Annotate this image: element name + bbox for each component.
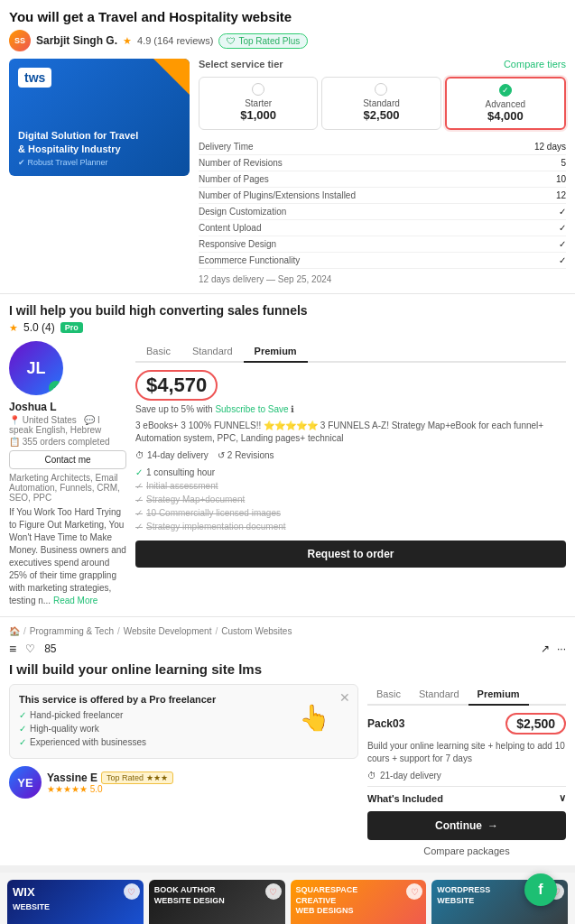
request-order-button[interactable]: Request to order bbox=[135, 541, 566, 568]
travel-section: You will get a Travel and Hospitality we… bbox=[0, 0, 575, 294]
pro-notice: ✕ This service is offered by a Pro freel… bbox=[9, 684, 358, 759]
hero-logo: tws bbox=[18, 68, 51, 88]
feature-list: ✓ 1 consulting hour ✓ Initial assessment… bbox=[135, 466, 566, 533]
grid-card-wix[interactable]: WIXWEBSITE ♡ Shehroz Level 2 ⭐⭐ I will b… bbox=[7, 880, 144, 924]
tier-advanced-name: Advanced bbox=[450, 99, 561, 109]
lms-price: $2,500 bbox=[505, 713, 566, 735]
breadcrumb-3[interactable]: Custom Websites bbox=[221, 626, 292, 636]
read-more-link[interactable]: Read More bbox=[53, 596, 97, 605]
tier-starter-circle bbox=[252, 83, 264, 96]
section2-meta: ★ 5.0 (4) Pro bbox=[9, 321, 566, 334]
tier-options: Starter $1,000 Standard $2,500 Advanced … bbox=[199, 77, 566, 130]
refresh-icon: ↺ bbox=[218, 450, 225, 460]
hero-image: tws Digital Solution for Travel & Hospit… bbox=[9, 59, 190, 176]
hero-subtitle: ✔ Robust Travel Planner bbox=[18, 158, 108, 167]
tier-standard-price: $2,500 bbox=[326, 108, 436, 122]
lms-tab-premium[interactable]: Premium bbox=[468, 684, 529, 706]
star-icon-2: ★ bbox=[9, 322, 18, 334]
breadcrumb: 🏠 / Programming & Tech / Website Develop… bbox=[9, 626, 566, 636]
lms-section: 🏠 / Programming & Tech / Website Develop… bbox=[0, 617, 575, 873]
section2-rating: 5.0 (4) bbox=[23, 321, 55, 334]
lms-delivery: ⏱ 21-day delivery bbox=[367, 771, 566, 781]
tier-starter[interactable]: Starter $1,000 bbox=[199, 77, 318, 130]
star-icon: ★ bbox=[123, 35, 132, 47]
pricing-panel: Basic Standard Premium $4,570 Save up to… bbox=[135, 341, 566, 607]
like-count: 85 bbox=[44, 642, 56, 655]
close-button[interactable]: ✕ bbox=[339, 690, 350, 705]
tier-advanced-price: $4,000 bbox=[450, 109, 561, 123]
seller-avatar: SS bbox=[9, 30, 31, 51]
breadcrumb-2[interactable]: Website Development bbox=[124, 626, 212, 636]
section3-content: ✕ This service is offered by a Pro freel… bbox=[9, 684, 566, 856]
verified-badge: ✓ bbox=[49, 381, 63, 395]
tier-advanced[interactable]: Advanced $4,000 bbox=[445, 77, 566, 130]
feature-4: ✓ 10 Commercially licensed images bbox=[135, 506, 566, 520]
price-row: $4,570 bbox=[135, 370, 566, 401]
lms-top-rated: Top Rated ★★★ bbox=[101, 772, 173, 784]
seller-orders: 📋 355 orders completed bbox=[9, 437, 126, 447]
feature-1: ✓ 1 consulting hour bbox=[135, 466, 566, 479]
arrow-right-icon: → bbox=[487, 819, 498, 832]
page-wrapper: You will get a Travel and Hospitality we… bbox=[0, 0, 575, 924]
seller-desc: If You Work Too Hard Trying to Figure Ou… bbox=[9, 506, 126, 607]
thumb-wix: WIXWEBSITE ♡ bbox=[7, 880, 144, 924]
tier-advanced-circle bbox=[499, 84, 512, 97]
notice-illustration: 👆 bbox=[299, 703, 330, 733]
seller-card-avatar: JL ✓ bbox=[9, 341, 63, 395]
price-note: Save up to 5% with Subscribe to Save ℹ bbox=[135, 404, 566, 414]
thumb-book: BOOK AUTHORWEBSITE DESIGN ♡ bbox=[149, 880, 285, 924]
lms-tab-basic[interactable]: Basic bbox=[367, 684, 410, 706]
lms-seller-name: Yassine E bbox=[47, 772, 97, 784]
heart-icon-2[interactable]: ♡ bbox=[265, 883, 282, 900]
thumb-sq: SQUARESPACECREATIVEWEB DESIGNS ♡ bbox=[291, 880, 427, 924]
revisions: ↺ 2 Revisions bbox=[218, 450, 274, 460]
whats-included[interactable]: What's Included ∨ bbox=[367, 786, 566, 804]
service-tier-panel: Select service tier Compare tiers Starte… bbox=[199, 59, 566, 284]
pro-badge: Pro bbox=[60, 322, 83, 333]
feature-2: ✓ Initial assessment bbox=[135, 479, 566, 493]
more-icon[interactable]: ··· bbox=[557, 642, 566, 655]
lms-package-row: Pack03 $2,500 bbox=[367, 713, 566, 735]
tier-standard-name: Standard bbox=[326, 98, 436, 108]
tier-header: Select service tier Compare tiers bbox=[199, 59, 566, 69]
tab-standard[interactable]: Standard bbox=[181, 341, 244, 363]
heart-icon[interactable]: ♡ bbox=[25, 642, 35, 655]
compare-packages-link[interactable]: Compare packages bbox=[367, 845, 566, 856]
shield-icon: 🛡 bbox=[227, 36, 236, 46]
subscribe-link[interactable]: Subscribe to Save bbox=[215, 404, 288, 414]
top-rated-badge: 🛡 Top Rated Plus bbox=[218, 33, 308, 49]
feature-5: ✓ Strategy implementation document bbox=[135, 520, 566, 533]
tier-details: Delivery Time12 days Number of Revisions… bbox=[199, 139, 566, 269]
lms-package-name: Pack03 bbox=[367, 717, 404, 730]
compare-tiers-link[interactable]: Compare tiers bbox=[504, 59, 566, 69]
lms-left: ✕ This service is offered by a Pro freel… bbox=[9, 684, 358, 856]
share-icon[interactable]: ↗ bbox=[541, 642, 550, 655]
tier-starter-name: Starter bbox=[203, 98, 313, 108]
tier-standard[interactable]: Standard $2,500 bbox=[321, 77, 441, 130]
hero-headline: Digital Solution for Travel & Hospitalit… bbox=[18, 129, 138, 155]
lms-rating: ★★★★★ 5.0 bbox=[47, 784, 173, 794]
fiverr-fab[interactable]: f bbox=[524, 873, 557, 906]
pricing-tabs: Basic Standard Premium bbox=[135, 341, 566, 363]
seller-location: 📍 United States 💬 I speak English, Hebre… bbox=[9, 415, 126, 435]
tab-premium[interactable]: Premium bbox=[244, 341, 308, 363]
delivery-row: ⏱ 14-day delivery ↺ 2 Revisions bbox=[135, 450, 566, 460]
grid-card-sq[interactable]: SQUARESPACECREATIVEWEB DESIGNS ♡ Mohain … bbox=[291, 880, 427, 924]
clock-icon: ⏱ bbox=[135, 450, 144, 460]
section3-title: I will build your online learning site l… bbox=[9, 661, 566, 677]
contact-button[interactable]: Contact me bbox=[9, 450, 126, 469]
grid-card-book[interactable]: BOOK AUTHORWEBSITE DESIGN ♡ Bilal Ali Le… bbox=[149, 880, 285, 924]
lms-tab-standard[interactable]: Standard bbox=[410, 684, 468, 706]
seller-card: JL ✓ Joshua L 📍 United States 💬 I speak … bbox=[9, 341, 126, 607]
menu-icon[interactable]: ≡ bbox=[9, 642, 16, 656]
heart-icon-1[interactable]: ♡ bbox=[124, 883, 140, 900]
tab-basic[interactable]: Basic bbox=[135, 341, 181, 363]
seller-row: SS Sarbjit Singh G. ★ 4.9 (164 reviews) … bbox=[9, 30, 566, 51]
lms-avatar: YE bbox=[9, 766, 42, 799]
price-amount: $4,570 bbox=[135, 370, 218, 401]
grid-section: WIXWEBSITE ♡ Shehroz Level 2 ⭐⭐ I will b… bbox=[0, 873, 575, 924]
continue-button[interactable]: Continue → bbox=[367, 811, 566, 840]
breadcrumb-1[interactable]: Programming & Tech bbox=[30, 626, 114, 636]
hero-triangle bbox=[153, 59, 190, 95]
chevron-down-icon: ∨ bbox=[559, 792, 566, 804]
